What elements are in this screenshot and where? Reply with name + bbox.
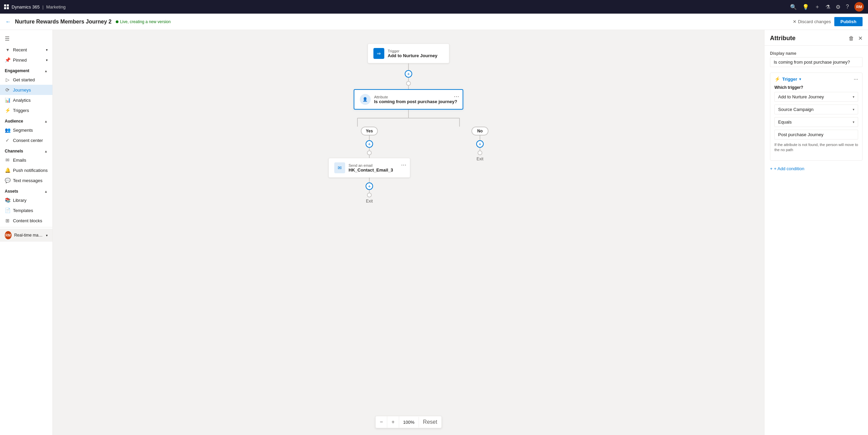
sidebar-item-get-started[interactable]: ▷ Get started: [0, 75, 52, 85]
add-button-1[interactable]: +: [405, 70, 412, 78]
push-icon: 🔔: [5, 167, 10, 173]
add-condition-button[interactable]: + + Add condition: [770, 165, 804, 173]
chevron-icon-assets: ▲: [44, 190, 48, 193]
attribute-label-main: Is coming from post purchase journey?: [374, 99, 457, 104]
chevron-down-icon-trigger: ▾: [853, 95, 854, 99]
search-icon[interactable]: 🔍: [790, 4, 797, 10]
secondbar-actions: ✕ Discard changes Publish: [793, 17, 863, 26]
trigger-node-icon: ⇒: [373, 48, 384, 59]
topbar: Dynamics 365 | Marketing 🔍 💡 ＋ ⚗ ⚙ ? RM: [0, 0, 868, 14]
sidebar-group-engagement[interactable]: Engagement ▲: [0, 65, 52, 75]
which-trigger-label: Which trigger?: [774, 85, 858, 90]
zoom-out-button[interactable]: −: [376, 416, 387, 428]
no-connector-1: [480, 135, 480, 140]
trash-icon[interactable]: 🗑: [849, 35, 854, 42]
module-name: Marketing: [46, 4, 66, 10]
sidebar-group-channels[interactable]: Channels ▲: [0, 145, 52, 155]
close-icon: ✕: [793, 19, 797, 24]
sidebar-item-text-messages[interactable]: 💬 Text messages: [0, 175, 52, 186]
email-node-menu[interactable]: ⋯: [401, 162, 406, 168]
sidebar-divider: [0, 227, 52, 227]
sidebar-hamburger[interactable]: ☰: [0, 33, 52, 45]
sidebar-item-pinned[interactable]: 📌 Pinned ▾: [0, 55, 52, 65]
main-layout: ☰ ▾ Recent ▾ 📌 Pinned ▾ Engagement ▲ ▷ G…: [0, 30, 868, 435]
grid-icon: [4, 4, 9, 9]
sidebar-item-journeys[interactable]: ⟳ Journeys: [0, 85, 52, 95]
display-name-label: Display name: [770, 51, 863, 56]
source-campaign-dropdown[interactable]: Source Campaign ▾: [774, 104, 858, 114]
yes-circle-2: [367, 193, 372, 197]
trigger-section-menu[interactable]: ⋯: [854, 77, 858, 82]
sidebar-item-push[interactable]: 🔔 Push notifications: [0, 165, 52, 175]
display-name-input[interactable]: [770, 57, 863, 67]
canvas-area: ⇒ Trigger Add to Nurture Journey + 👤 A: [53, 30, 764, 435]
yes-connector-4: [369, 178, 370, 182]
help-icon[interactable]: ?: [846, 4, 849, 10]
sidebar-item-emails[interactable]: ✉ Emails: [0, 155, 52, 165]
journey-canvas: ⇒ Trigger Add to Nurture Journey + 👤 A: [53, 30, 764, 435]
email-label-top: Send an email: [349, 163, 393, 167]
right-panel: Attribute 🗑 ✕ Display name ⚡ Trigger ▾ ⋯: [764, 30, 868, 435]
no-connector-2: [480, 148, 480, 150]
segments-icon: 👥: [5, 127, 10, 133]
yes-add-button[interactable]: +: [366, 140, 373, 148]
post-purchase-input[interactable]: [774, 130, 858, 140]
yes-add-button-2[interactable]: +: [366, 182, 373, 190]
sidebar-group-audience[interactable]: Audience ▲: [0, 115, 52, 125]
yes-exit-label: Exit: [366, 199, 373, 204]
sidebar-item-content-blocks[interactable]: ⊞ Content blocks: [0, 215, 52, 226]
trigger-chevron-icon[interactable]: ▾: [799, 77, 801, 81]
filter-icon[interactable]: ⚗: [825, 4, 830, 10]
no-circle: [478, 150, 482, 155]
library-icon: 📚: [5, 197, 10, 203]
trigger-section: ⚡ Trigger ▾ ⋯ Which trigger? Add to Nurt…: [770, 72, 863, 161]
trigger-section-title: ⚡ Trigger ▾: [774, 76, 801, 82]
discard-button[interactable]: ✕ Discard changes: [793, 19, 831, 24]
attribute-label-top: Attribute: [374, 95, 457, 99]
zoom-reset-button[interactable]: Reset: [419, 416, 441, 428]
sidebar-item-templates[interactable]: 📄 Templates: [0, 205, 52, 215]
plus-icon: +: [770, 166, 773, 171]
chevron-footer-icon: ▾: [46, 233, 48, 237]
connector-line-2: [408, 78, 409, 81]
sidebar-item-consent-center[interactable]: ✓ Consent center: [0, 135, 52, 145]
publish-button[interactable]: Publish: [834, 17, 863, 26]
lightbulb-icon[interactable]: 💡: [802, 4, 809, 10]
attribute-node[interactable]: 👤 Attribute Is coming from post purchase…: [354, 89, 463, 110]
node-menu-button[interactable]: ⋯: [454, 93, 459, 100]
trigger-node[interactable]: ⇒ Trigger Add to Nurture Journey: [368, 44, 449, 63]
zoom-controls: − + 100% Reset: [375, 416, 442, 428]
zoom-level: 100%: [399, 417, 419, 428]
equals-dropdown[interactable]: Equals ▾: [774, 117, 858, 127]
zoom-in-button[interactable]: +: [387, 416, 399, 428]
sidebar-item-recent[interactable]: ▾ Recent ▾: [0, 45, 52, 55]
sidebar-footer[interactable]: RM Real-time marketi... ▾: [0, 229, 52, 242]
panel-title: Attribute: [770, 35, 795, 42]
sidebar-item-analytics[interactable]: 📊 Analytics: [0, 95, 52, 105]
email-node[interactable]: ✉ Send an email HK_Contact_Email_3 ⋯: [328, 158, 410, 178]
footer-avatar: RM: [5, 231, 12, 239]
avatar[interactable]: RM: [854, 2, 864, 12]
text-icon: 💬: [5, 178, 10, 183]
topbar-icons: 🔍 💡 ＋ ⚗ ⚙ ? RM: [790, 2, 864, 12]
back-button[interactable]: ←: [5, 19, 11, 25]
chevron-down-icon: ▾: [46, 48, 48, 52]
which-trigger-dropdown[interactable]: Add to Nurture Journey ▾: [774, 92, 858, 102]
no-branch: No + Exit: [471, 127, 488, 161]
no-add-button[interactable]: +: [476, 140, 484, 148]
analytics-icon: 📊: [5, 97, 10, 103]
app-name: Dynamics 365: [12, 4, 39, 10]
panel-close-icon[interactable]: ✕: [858, 35, 863, 42]
sidebar-item-triggers[interactable]: ⚡ Triggers: [0, 105, 52, 115]
footer-label: Real-time marketi...: [14, 233, 43, 238]
chevron-down-icon-source: ▾: [853, 108, 854, 111]
sidebar-item-library[interactable]: 📚 Library: [0, 195, 52, 205]
settings-icon[interactable]: ⚙: [836, 4, 840, 10]
sidebar-item-segments[interactable]: 👥 Segments: [0, 125, 52, 135]
attribute-node-icon: 👤: [360, 94, 371, 105]
chevron-icon: ▲: [44, 69, 48, 73]
branch-connector: [327, 110, 490, 127]
connector-line-3: [408, 86, 409, 89]
sidebar-group-assets[interactable]: Assets ▲: [0, 186, 52, 195]
add-icon[interactable]: ＋: [815, 3, 820, 11]
